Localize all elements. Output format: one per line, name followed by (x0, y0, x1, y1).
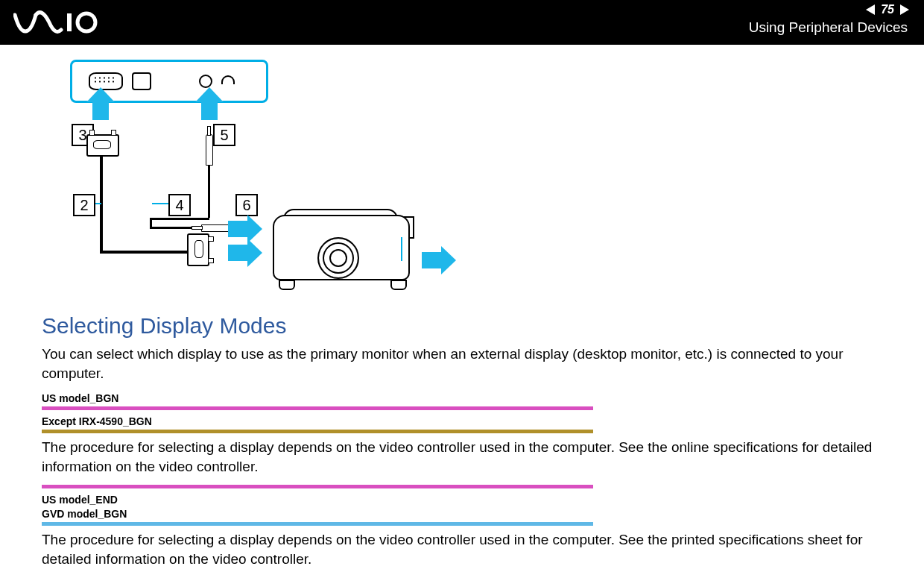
model-tag: Except IRX-4590_BGN (42, 415, 882, 429)
callout-line (401, 237, 402, 261)
vaio-logo (13, 10, 103, 37)
callout-6: 6 (235, 194, 258, 216)
callout-4: 4 (168, 194, 191, 216)
audio-out-port-icon (199, 75, 212, 88)
divider-olive (42, 430, 593, 433)
vga-connector-icon (187, 233, 209, 266)
header-section-title: Using Peripheral Devices (749, 19, 908, 36)
page-header: 75 Using Peripheral Devices (0, 0, 924, 45)
page-content: 3 5 2 4 6 1 (0, 45, 924, 572)
cable (100, 251, 197, 254)
callout-2: 2 (73, 194, 95, 216)
svideo-port-icon (132, 72, 151, 90)
body-paragraph: The procedure for selecting a display de… (42, 438, 882, 476)
arrow-right-icon (228, 221, 249, 237)
model-tag: US model_END (42, 493, 882, 507)
arrow-right-icon (422, 252, 443, 268)
divider-magenta (42, 485, 593, 488)
prev-page-icon[interactable] (866, 4, 875, 15)
callout-line (152, 203, 168, 204)
arrow-up-icon (201, 101, 218, 120)
model-tag: GVD model_BGN (42, 507, 882, 521)
arrow-up-icon (92, 101, 109, 120)
page-nav: 75 (866, 3, 909, 16)
divider-magenta (42, 406, 593, 410)
callout-line (95, 203, 101, 204)
arrow-right-icon (228, 245, 249, 261)
svg-point-1 (77, 13, 95, 31)
page-number: 75 (881, 3, 894, 16)
body-paragraph: The procedure for selecting a display de… (42, 530, 882, 568)
section-heading: Selecting Display Modes (42, 313, 882, 339)
divider-blue (42, 522, 593, 526)
intro-paragraph: You can select which display to use as t… (42, 345, 882, 383)
model-tag: US model_BGN (42, 392, 882, 406)
callout-5: 5 (213, 124, 235, 146)
cable (208, 166, 210, 218)
next-page-icon[interactable] (900, 4, 909, 15)
headphone-port-icon (220, 72, 235, 87)
vga-connector-icon (86, 134, 119, 157)
cable (150, 218, 209, 220)
audio-jack-icon (206, 134, 213, 166)
connection-diagram: 3 5 2 4 6 1 (64, 60, 526, 306)
svg-rect-0 (67, 13, 72, 31)
projector-icon (273, 209, 414, 289)
